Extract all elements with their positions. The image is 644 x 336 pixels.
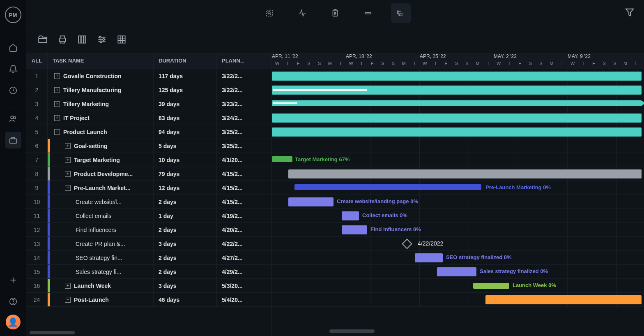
print-icon[interactable] — [56, 33, 69, 46]
gantt-bar[interactable] — [415, 253, 443, 262]
day-label: F — [367, 61, 377, 66]
expand-toggle[interactable]: + — [54, 115, 60, 121]
column-header-planned[interactable]: PLANN... — [217, 53, 271, 69]
task-row[interactable]: 2 + Tillery Manufacturing 125 days 3/22/… — [26, 83, 271, 97]
task-row[interactable]: 7 + Target Marketing 10 days 4/1/20... — [26, 153, 271, 167]
expand-toggle[interactable]: + — [65, 143, 71, 149]
activity-icon[interactable] — [292, 3, 312, 23]
task-row[interactable]: 9 − Pre-Launch Market... 12 days 4/15/2.… — [26, 181, 271, 195]
gantt-scrollbar[interactable] — [329, 329, 375, 333]
task-scrollbar[interactable] — [30, 331, 75, 334]
clipboard-icon[interactable] — [325, 3, 345, 23]
search-zoom-icon[interactable] — [260, 3, 279, 23]
milestone-icon[interactable] — [402, 239, 412, 249]
avatar[interactable]: 👤 — [6, 315, 21, 329]
help-icon[interactable] — [5, 293, 21, 310]
task-row[interactable]: 11 Collect emails 1 day 4/19/2... — [26, 209, 271, 223]
task-row[interactable]: 24 − Post-Launch 46 days 5/4/20... — [26, 293, 271, 307]
folder-icon[interactable] — [36, 33, 49, 46]
task-row[interactable]: 6 + Goal-setting 5 days 3/25/2... — [26, 139, 271, 153]
sliders-icon[interactable] — [95, 33, 108, 46]
gantt-bar[interactable] — [342, 225, 367, 234]
gantt-row: Launch Week 0% — [272, 279, 644, 293]
svg-point-1 — [11, 116, 13, 118]
briefcase-icon[interactable] — [5, 132, 21, 148]
task-row[interactable]: 13 Create PR plan &... 3 days 4/22/2... — [26, 237, 271, 251]
users-icon[interactable] — [5, 111, 21, 127]
svg-rect-10 — [365, 12, 371, 14]
task-duration: 83 days — [154, 111, 217, 125]
gantt-bar[interactable] — [272, 127, 642, 137]
task-planned: 4/27/2... — [217, 251, 271, 264]
app-logo[interactable]: PM — [5, 7, 21, 23]
gantt-row: Target Marketing 67% — [272, 153, 644, 167]
column-header-duration[interactable]: DURATION — [154, 53, 217, 69]
task-row[interactable]: 10 Create website/l... 2 days 4/15/2... — [26, 195, 271, 209]
gantt-row — [272, 97, 644, 111]
gantt-bar[interactable] — [272, 156, 292, 162]
task-planned: 4/22/2... — [217, 237, 271, 250]
column-header-task[interactable]: TASK NAME — [48, 53, 154, 69]
task-row[interactable]: 12 Find influencers 2 days 4/20/2... — [26, 223, 271, 237]
task-row[interactable]: 16 + Launch Week 3 days 5/3/20... — [26, 279, 271, 293]
day-label: S — [451, 61, 462, 66]
toolbar — [26, 26, 644, 53]
svg-point-20 — [103, 39, 104, 40]
gantt-bar[interactable] — [272, 114, 642, 123]
task-table: ALL TASK NAME DURATION PLANN... 1 + Gova… — [26, 53, 272, 336]
column-header-all[interactable]: ALL — [26, 53, 48, 69]
left-rail: PM 👤 — [0, 0, 26, 336]
gantt-bar[interactable] — [294, 184, 481, 190]
bell-icon[interactable] — [5, 61, 21, 77]
gantt-bar[interactable] — [272, 100, 642, 106]
svg-marker-14 — [626, 9, 633, 16]
timeline-icon[interactable] — [391, 3, 411, 23]
gantt-bar[interactable] — [342, 211, 359, 220]
expand-toggle[interactable]: + — [54, 87, 60, 93]
gantt-bar[interactable] — [437, 267, 476, 276]
day-label: S — [462, 61, 472, 66]
gantt-bar[interactable] — [272, 72, 642, 81]
expand-toggle[interactable]: + — [65, 283, 71, 289]
color-bar — [48, 251, 50, 264]
columns-icon[interactable] — [76, 33, 89, 46]
task-duration: 79 days — [154, 167, 217, 181]
expand-toggle[interactable]: − — [65, 297, 71, 303]
gantt-bar[interactable] — [288, 197, 334, 206]
gantt-bar[interactable] — [485, 295, 642, 304]
gantt-row — [272, 125, 644, 139]
task-duration: 117 days — [154, 69, 217, 83]
expand-toggle[interactable]: + — [65, 157, 71, 163]
expand-toggle[interactable]: − — [54, 129, 60, 135]
task-row[interactable]: 14 SEO strategy fin... 2 days 4/27/2... — [26, 251, 271, 265]
gantt-row — [272, 69, 644, 83]
gantt-bar[interactable] — [288, 169, 642, 178]
bar-label: Find influencers 0% — [370, 226, 421, 232]
task-row[interactable]: 1 + Govalle Construction 117 days 3/22/2… — [26, 69, 271, 83]
row-number: 8 — [26, 167, 48, 181]
task-row[interactable]: 3 + Tillery Marketing 39 days 3/23/2... — [26, 97, 271, 111]
expand-toggle[interactable]: + — [65, 171, 71, 177]
filter-icon[interactable] — [625, 8, 634, 19]
svg-point-11 — [397, 11, 398, 12]
color-bar — [48, 153, 50, 167]
expand-toggle[interactable]: + — [54, 101, 60, 107]
task-name: Target Marketing — [74, 157, 120, 163]
gantt-bar[interactable] — [272, 86, 642, 95]
task-row[interactable]: 15 Sales strategy fi... 2 days 4/29/2... — [26, 265, 271, 279]
link-icon[interactable] — [358, 3, 378, 23]
task-row[interactable]: 8 + Product Developme... 79 days 4/15/2.… — [26, 167, 271, 181]
task-row[interactable]: 5 − Product Launch 94 days 3/25/2... — [26, 125, 271, 139]
bar-label: Launch Week 0% — [513, 282, 556, 288]
svg-point-5 — [13, 303, 13, 304]
home-icon[interactable] — [5, 39, 21, 56]
expand-toggle[interactable]: + — [54, 73, 60, 79]
clock-icon[interactable] — [5, 82, 21, 99]
expand-toggle[interactable]: − — [65, 185, 71, 191]
grid-icon[interactable] — [115, 33, 128, 46]
gantt-bar[interactable] — [473, 283, 509, 289]
task-row[interactable]: 4 + IT Project 83 days 3/24/2... — [26, 111, 271, 125]
plus-icon[interactable] — [5, 272, 21, 288]
day-label: T — [578, 61, 589, 66]
week-label: MAY, 9 '22 — [568, 53, 591, 59]
